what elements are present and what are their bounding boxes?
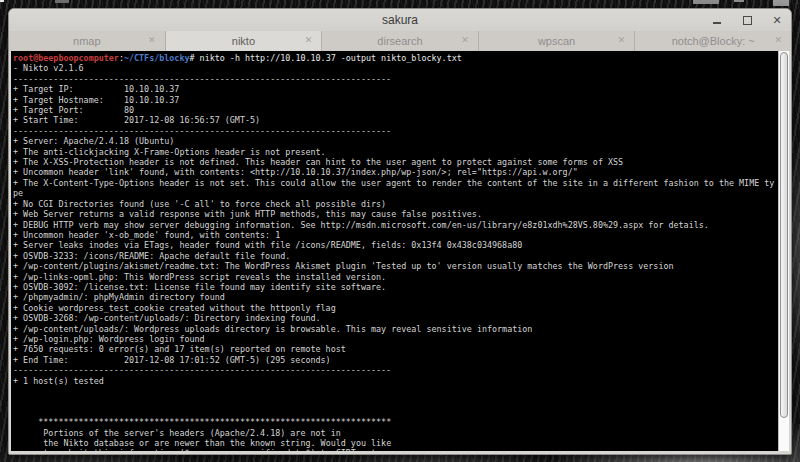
minimize-icon <box>713 22 721 24</box>
tab-close-icon[interactable]: ✕ <box>148 35 156 46</box>
tab-label: nikto <box>232 35 255 47</box>
prompt-path: ~/CTFs/blocky <box>124 53 190 63</box>
tab-nikto[interactable]: nikto ✕ <box>166 31 323 51</box>
tab-dirsearch[interactable]: dirsearch ✕ <box>322 31 479 51</box>
scrollbar[interactable] <box>778 51 789 451</box>
tab-bar: nmap ✕ nikto ✕ dirsearch ✕ wpscan ✕ notc… <box>9 31 791 51</box>
tab-close-icon[interactable]: ✕ <box>618 35 626 46</box>
background-window-fragment <box>773 0 789 6</box>
terminal-window: sakura ✕ nmap ✕ nikto ✕ dirsearch ✕ wpsc… <box>8 8 792 455</box>
terminal-viewport[interactable]: root@beepboopcomputer:~/CTFs/blocky# nik… <box>11 51 789 451</box>
window-title: sakura <box>9 13 791 27</box>
tab-wpscan[interactable]: wpscan ✕ <box>479 31 636 51</box>
background-window-fragment <box>55 0 69 3</box>
close-icon: ✕ <box>772 15 781 26</box>
tab-close-icon[interactable]: ✕ <box>461 35 469 46</box>
scan-output-text: - Nikto v2.1.6 -------------------------… <box>13 63 774 451</box>
command-text: nikto -h http://10.10.10.37 -output nikt… <box>200 53 462 63</box>
background-window-fragment <box>693 0 719 4</box>
tab-label: dirsearch <box>377 35 422 47</box>
maximize-icon <box>743 16 752 25</box>
prompt-user: root@beepboopcomputer <box>13 53 119 63</box>
tab-nmap[interactable]: nmap ✕ <box>9 31 166 51</box>
background-window-fragment <box>734 0 744 2</box>
tab-close-icon[interactable]: ✕ <box>305 35 313 46</box>
window-titlebar[interactable]: sakura ✕ <box>9 9 791 32</box>
window-controls: ✕ <box>709 9 785 31</box>
tab-close-icon[interactable]: ✕ <box>774 35 782 46</box>
scrollbar-thumb[interactable] <box>780 52 788 418</box>
close-button[interactable]: ✕ <box>769 12 785 28</box>
background-window-fragment <box>0 0 4 2</box>
maximize-button[interactable] <box>739 12 755 28</box>
tab-label: wpscan <box>538 35 575 47</box>
tab-label: nmap <box>73 35 101 47</box>
terminal-output: root@beepboopcomputer:~/CTFs/blocky# nik… <box>13 53 774 451</box>
tab-notch-blocky[interactable]: notch@Blocky: ~ ✕ <box>635 31 791 51</box>
minimize-button[interactable] <box>709 12 725 28</box>
tab-label: notch@Blocky: ~ <box>672 35 755 47</box>
prompt-hash: # <box>190 53 200 63</box>
